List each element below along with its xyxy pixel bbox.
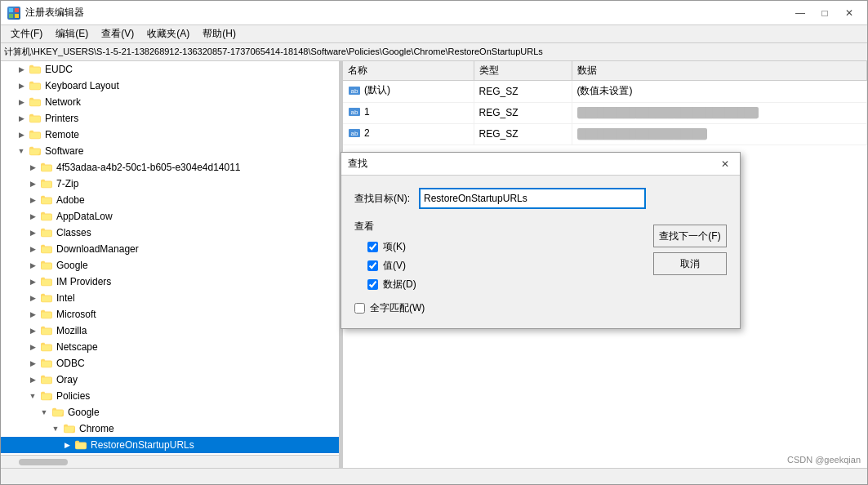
- tree-label: Network: [45, 96, 81, 108]
- svg-rect-1: [15, 8, 19, 12]
- address-path: 计算机\HKEY_USERS\S-1-5-21-138268912-136320…: [4, 46, 543, 58]
- tree-label: Classes: [56, 227, 91, 238]
- expand-icon: ▶: [27, 341, 38, 353]
- expand-icon: ▼: [50, 423, 61, 434]
- whole-word-row[interactable]: 全字匹配(W): [354, 301, 727, 315]
- cell-type: REG_SZ: [474, 123, 572, 145]
- checkbox-data-input[interactable]: [367, 279, 378, 290]
- table-row[interactable]: ab 1 REG_SZ ████████████████████████████: [343, 102, 867, 123]
- maximize-button[interactable]: □: [813, 5, 836, 21]
- tree-item-appdatalow[interactable]: ▶ AppDataLow: [1, 208, 339, 225]
- menu-file[interactable]: 文件(F): [4, 25, 49, 42]
- window-controls: — □ ✕: [789, 5, 861, 21]
- tree-item-intel[interactable]: ▶ Intel: [1, 290, 339, 306]
- tree-label: RestoreOnStartupURLs: [91, 439, 194, 451]
- checkbox-key-input[interactable]: [367, 242, 378, 252]
- tree-item-restore-urls[interactable]: ▶ RestoreOnStartupURLs: [1, 437, 339, 453]
- tree-item-chrome[interactable]: ▼ Chrome: [1, 420, 339, 437]
- tree-item-classes[interactable]: ▶ Classes: [1, 225, 339, 241]
- tree-item-odbc[interactable]: ▶ ODBC: [1, 355, 339, 372]
- tree-item-printers[interactable]: ▶ Printers: [1, 110, 339, 127]
- tree-label: EUDC: [45, 64, 73, 75]
- folder-icon: [74, 438, 87, 452]
- find-input[interactable]: [420, 189, 645, 208]
- expand-icon: ▶: [27, 309, 38, 320]
- folder-icon: [40, 324, 53, 337]
- dialog-close-button[interactable]: ✕: [717, 156, 733, 172]
- checkbox-data[interactable]: 数据(D): [367, 278, 727, 291]
- expand-icon: ▶: [27, 227, 38, 238]
- folder-icon: [40, 226, 53, 239]
- minimize-button[interactable]: —: [789, 5, 812, 21]
- col-name[interactable]: 名称: [343, 61, 474, 81]
- folder-icon: [40, 275, 53, 288]
- find-dialog[interactable]: 查找 ✕ 查找目标(N): 查看 项(K): [341, 152, 741, 329]
- table-row[interactable]: ab (默认) REG_SZ (数值未设置): [343, 81, 867, 103]
- tree-label: Remote: [45, 129, 79, 140]
- tree-label: AppDataLow: [56, 211, 113, 222]
- folder-icon: [40, 177, 53, 190]
- folder-icon: [40, 340, 53, 354]
- expand-icon: ▶: [16, 96, 27, 108]
- tree-label: Mozilla: [56, 325, 87, 336]
- tree-item-downloadmanager[interactable]: ▶ DownloadManager: [1, 241, 339, 257]
- menu-favorites[interactable]: 收藏夹(A): [140, 25, 196, 42]
- tree-item-remote[interactable]: ▶ Remote: [1, 127, 339, 143]
- checkbox-data-label: 数据(D): [383, 278, 416, 291]
- tree-panel: ▶ EUDC ▶ Keyboard Layout ▶: [1, 61, 340, 468]
- table-row[interactable]: ab 2 REG_SZ ████████████████████: [343, 123, 867, 145]
- tree-label: Oray: [56, 374, 78, 385]
- tree-item-eudc[interactable]: ▶ EUDC: [1, 61, 339, 78]
- tree-item-netscape[interactable]: ▶ Netscape: [1, 339, 339, 355]
- folder-icon-open: [51, 406, 65, 419]
- tree-scroll[interactable]: ▶ EUDC ▶ Keyboard Layout ▶: [1, 61, 339, 455]
- tree-item-adobe[interactable]: ▶ Adobe: [1, 192, 339, 208]
- dialog-title-bar: 查找 ✕: [341, 153, 740, 176]
- tree-label: Printers: [45, 113, 78, 124]
- find-next-button[interactable]: 查找下一个(F): [653, 225, 727, 247]
- tree-item-google[interactable]: ▶ Google: [1, 257, 339, 274]
- tree-item-oray[interactable]: ▶ Oray: [1, 372, 339, 388]
- tree-item-improviders[interactable]: ▶ IM Providers: [1, 274, 339, 290]
- expand-icon: ▶: [27, 194, 38, 206]
- expand-icon: ▶: [16, 129, 27, 140]
- dialog-body: 查找目标(N): 查看 项(K) 值(V): [341, 176, 740, 328]
- folder-icon-open: [40, 389, 53, 403]
- menu-view[interactable]: 查看(V): [95, 25, 140, 42]
- tree-item-mozilla[interactable]: ▶ Mozilla: [1, 323, 339, 339]
- tree-item-keyboard[interactable]: ▶ Keyboard Layout: [1, 78, 339, 94]
- tree-label: Keyboard Layout: [45, 80, 119, 91]
- expand-icon: ▶: [16, 64, 27, 75]
- expand-icon: ▶: [27, 260, 38, 271]
- folder-icon: [40, 308, 53, 321]
- folder-icon-open: [29, 145, 42, 158]
- expand-icon: ▶: [27, 243, 38, 255]
- close-button[interactable]: ✕: [838, 5, 861, 21]
- tree-item-network[interactable]: ▶ Network: [1, 94, 339, 110]
- tree-item-policies[interactable]: ▼ Policies: [1, 388, 339, 404]
- checkbox-value-input[interactable]: [367, 260, 378, 271]
- svg-text:ab: ab: [351, 130, 358, 137]
- tree-item-policies-google[interactable]: ▼ Google: [1, 404, 339, 420]
- folder-icon: [29, 128, 42, 141]
- cell-type: REG_SZ: [474, 102, 572, 123]
- cell-data: (数值未设置): [572, 81, 867, 103]
- tree-item-7zip[interactable]: ▶ 7-Zip: [1, 176, 339, 192]
- folder-icon-open: [63, 422, 76, 435]
- whole-word-checkbox[interactable]: [354, 303, 365, 314]
- checkbox-key-label: 项(K): [383, 240, 406, 254]
- tree-item-guid[interactable]: ▶ 4f53adaa-a4b2-50c1-b605-e304e4d14011: [1, 159, 339, 176]
- tree-item-microsoft[interactable]: ▶ Microsoft: [1, 306, 339, 323]
- tree-hscroll[interactable]: [1, 455, 339, 468]
- cancel-button[interactable]: 取消: [653, 252, 727, 275]
- cell-name: ab 2: [343, 123, 474, 145]
- col-data[interactable]: 数据: [572, 61, 867, 81]
- menu-help[interactable]: 帮助(H): [196, 25, 243, 42]
- col-type[interactable]: 类型: [474, 61, 572, 81]
- folder-icon: [40, 259, 53, 272]
- menu-edit[interactable]: 编辑(E): [49, 25, 95, 42]
- folder-icon: [40, 357, 53, 370]
- tree-label: 4f53adaa-a4b2-50c1-b605-e304e4d14011: [56, 162, 241, 173]
- expand-icon: ▶: [16, 80, 27, 91]
- tree-item-software[interactable]: ▼ Software: [1, 143, 339, 159]
